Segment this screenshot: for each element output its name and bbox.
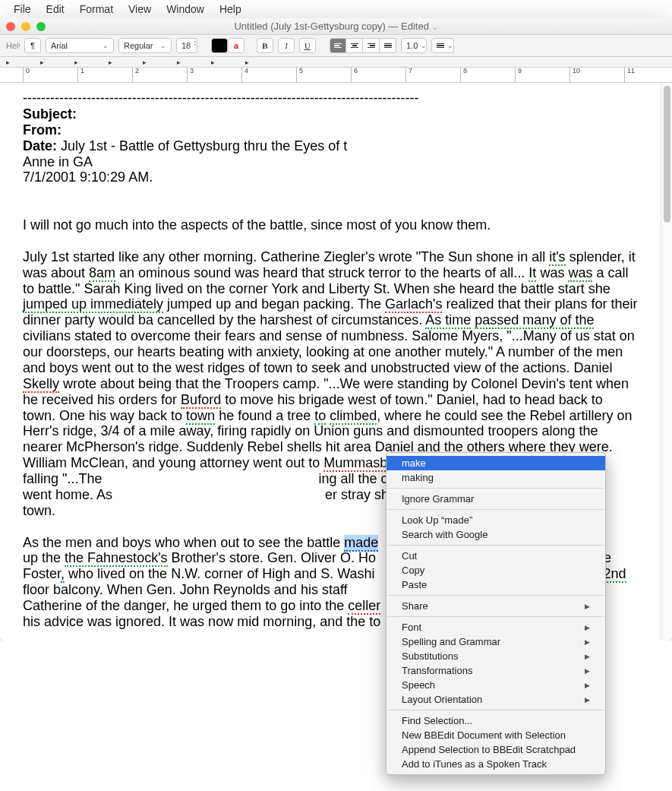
close-button[interactable] (6, 22, 15, 31)
minimize-button[interactable] (21, 22, 30, 31)
ruler-tick: 1 (77, 67, 84, 82)
context-menu: make making Ignore Grammar Look Up “made… (386, 452, 606, 641)
date-value: July 1st - Battle of Gettysburg thru the… (57, 138, 347, 153)
list-style-button[interactable]: ⌄ (431, 38, 454, 53)
selected-word[interactable]: made (344, 535, 378, 552)
ruler-tick: 5 (296, 67, 303, 82)
zoom-button[interactable] (36, 22, 46, 31)
date-label: Date: (23, 138, 57, 153)
toolbar: Helv ¶ Arial⌄ Regular⌄ 18˄˅ a B I U 1.0⌄… (0, 35, 672, 57)
ruler-tick: 0 (23, 67, 30, 82)
divider-line: ----------------------------------------… (23, 90, 638, 106)
ruler-tick: 4 (241, 67, 248, 82)
cm-copy[interactable]: Copy (386, 563, 605, 577)
menu-view[interactable]: View (121, 2, 159, 17)
highlight-color-swatch[interactable]: a (228, 38, 245, 53)
timestamp-line: 7/1/2001 9:10:29 AM. (23, 169, 638, 185)
align-right-button[interactable] (363, 38, 380, 53)
cm-search-google[interactable]: Search with Google (386, 527, 605, 542)
tab-ruler[interactable]: ▸▸▸▸▸▸▸▸ (0, 57, 672, 68)
ruler-tick: 3 (187, 67, 194, 82)
alignment-group (330, 38, 396, 53)
scrollbar-thumb[interactable] (664, 86, 670, 223)
cm-ignore-grammar[interactable]: Ignore Grammar (386, 492, 605, 506)
titlebar: Untitled (July 1st-Gettysburg copy) — Ed… (0, 18, 672, 35)
underline-button[interactable]: U (299, 38, 316, 53)
pilcrow-button[interactable]: ¶ (24, 38, 41, 53)
ruler-tick: 6 (351, 67, 358, 82)
menu-format[interactable]: Format (72, 2, 121, 17)
cm-separator (386, 488, 605, 489)
line-spacing-select[interactable]: 1.0⌄ (401, 38, 427, 53)
ruler-tick: 7 (405, 67, 412, 82)
cm-font[interactable]: Font (386, 620, 605, 634)
cm-paste[interactable]: Paste (386, 577, 605, 592)
cm-separator (386, 509, 605, 510)
font-sidebar-hint: Helv (6, 41, 20, 50)
menu-edit[interactable]: Edit (39, 2, 72, 17)
ruler-tick: 2 (132, 67, 139, 82)
align-justify-button[interactable] (380, 38, 396, 53)
italic-button[interactable]: I (278, 38, 295, 53)
menu-file[interactable]: File (6, 2, 39, 17)
vertical-scrollbar[interactable] (661, 83, 672, 641)
author-line: Anne in GA (23, 154, 638, 170)
cm-separator (386, 595, 605, 596)
window-title: Untitled (July 1st-Gettysburg copy) — Ed… (234, 21, 429, 32)
ruler[interactable]: 0 1 2 3 4 5 6 7 8 9 10 11 (0, 68, 672, 83)
cm-spelling[interactable]: Spelling and Grammar (386, 634, 605, 641)
align-center-button[interactable] (346, 38, 363, 53)
font-style-select[interactable]: Regular⌄ (118, 38, 172, 53)
subject-label: Subject: (23, 106, 77, 122)
cm-separator (386, 545, 605, 546)
text-color-swatch[interactable] (211, 38, 228, 53)
ruler-tick: 9 (515, 67, 522, 82)
menubar[interactable]: File Edit Format View Window Help (0, 0, 672, 18)
menu-help[interactable]: Help (212, 2, 249, 17)
align-left-button[interactable] (330, 38, 346, 53)
cm-lookup[interactable]: Look Up “made” (386, 513, 605, 527)
cm-suggestion-make[interactable]: make (386, 456, 605, 470)
cm-separator (386, 616, 605, 617)
cm-share[interactable]: Share (386, 599, 605, 613)
intro-paragraph: I will not go much into the aspects of t… (23, 217, 638, 233)
ruler-tick: 10 (569, 67, 580, 82)
ruler-tick: 11 (624, 67, 635, 82)
ruler-tick: 8 (460, 67, 467, 82)
cm-suggestion-making[interactable]: making (386, 470, 605, 485)
cm-cut[interactable]: Cut (386, 549, 605, 563)
font-size-select[interactable]: 18˄˅ (176, 38, 197, 53)
font-select[interactable]: Arial⌄ (46, 38, 114, 53)
bold-button[interactable]: B (257, 38, 273, 53)
from-label: From: (23, 122, 62, 138)
menu-window[interactable]: Window (159, 2, 212, 17)
